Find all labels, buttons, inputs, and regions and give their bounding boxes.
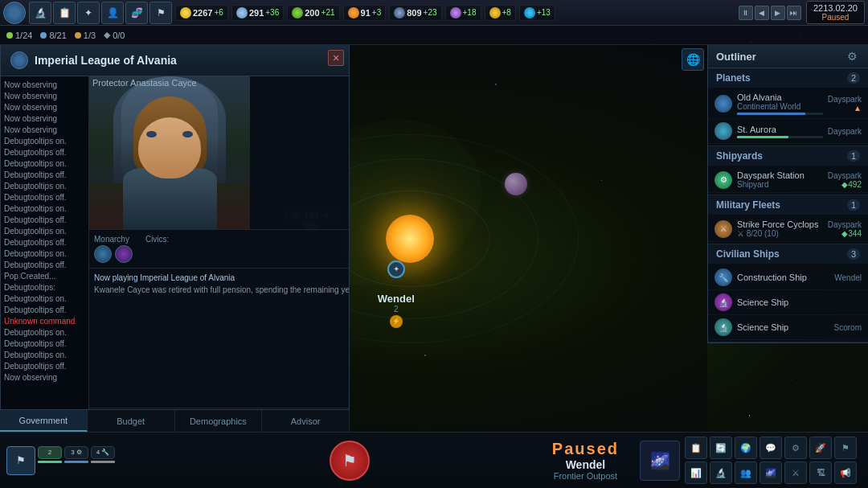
military-fleets-count: 1	[847, 199, 860, 211]
ship-item-science-2[interactable]: 🔬 Science Ship Scorom	[708, 315, 868, 340]
st-aurora-icon	[714, 122, 732, 140]
br-icon-11[interactable]: 🌌	[760, 461, 782, 484]
planet-item-old-alvania[interactable]: Old Alvania Continental World Dayspark ▲	[708, 89, 868, 119]
science-ship-1-info: Science Ship	[737, 297, 857, 307]
galaxy-map-button[interactable]: 🌌	[640, 441, 680, 481]
outliner-env-button[interactable]: 🌐	[682, 48, 704, 71]
military-fleets-section-header[interactable]: Military Fleets 1	[708, 195, 868, 215]
bottom-location-name: Wendel	[566, 458, 606, 471]
military-fleets-section: Military Fleets 1 ⚔ Strike Force Cyclops…	[708, 195, 868, 244]
cyclops-stat: ◆344	[828, 229, 862, 238]
empire-flag-icon[interactable]	[3, 2, 26, 24]
br-icon-7[interactable]: ⚑	[834, 437, 857, 459]
st-aurora-health-fill	[737, 136, 788, 138]
civic-icon-2[interactable]	[115, 245, 133, 263]
st-aurora-health-bar	[737, 136, 823, 138]
tech-icon-btn[interactable]: 🔬	[29, 2, 51, 24]
civilian-ships-section: Civilian Ships 3 🔧 Construction Ship Wen…	[708, 244, 868, 342]
tech-income: +13	[537, 8, 551, 17]
br-icon-13[interactable]: 🏗	[809, 461, 832, 484]
fast-forward-button[interactable]: ⏭	[787, 6, 801, 20]
traditions-icon-btn[interactable]: ✦	[77, 2, 100, 24]
next-speed-button[interactable]: ▶	[771, 6, 785, 20]
old-alvania-type: Continental World	[737, 102, 823, 111]
leader-portrait: Protector Anastasia Cayce	[89, 76, 250, 229]
minerals-resource: 291 +36	[231, 5, 284, 21]
br-icon-9[interactable]: 🔬	[710, 461, 732, 484]
construction-ship-icon: 🔧	[714, 269, 732, 286]
br-icon-12[interactable]: ⚔	[784, 461, 807, 484]
bottom-left-icons: ⚑ 2 3 ⚙ 4 🔧	[6, 446, 115, 475]
ship-item-science-1[interactable]: 🔬 Science Ship	[708, 290, 868, 315]
log-line: Debugtooltips off.	[4, 361, 85, 372]
ship-item-construction[interactable]: 🔧 Construction Ship Wendel	[708, 265, 868, 290]
log-line: Debugtooltips off.	[4, 192, 85, 203]
br-icon-1[interactable]: 📋	[685, 437, 707, 459]
unit-bar-2	[64, 461, 88, 463]
prev-speed-button[interactable]: ◀	[755, 6, 769, 20]
pause-info: Paused Wendel Frontier Outpost	[552, 440, 619, 481]
br-icon-2[interactable]: 🔄	[710, 437, 732, 459]
shipyards-section-header[interactable]: Shipyards 1	[708, 146, 868, 166]
br-icon-10[interactable]: 👥	[735, 461, 757, 484]
log-line: Now observing	[4, 91, 85, 102]
unit-bar	[38, 461, 62, 463]
br-icon-6[interactable]: 🚀	[809, 437, 832, 459]
top-resource-bar: 🔬 📋 ✦ 👤 🧬 ⚑ 2267 +6 291 +36 200 +21 91 +…	[0, 0, 868, 26]
old-alvania-icon	[714, 95, 732, 113]
dayspark-station-sub: Shipyard	[737, 180, 823, 189]
empire-badge[interactable]: ⚑	[330, 441, 370, 481]
civilian-ships-list: 🔧 Construction Ship Wendel 🔬 Science Shi…	[708, 264, 868, 342]
civic-icon-1[interactable]	[94, 245, 112, 263]
log-line: Debugtooltips off.	[4, 215, 85, 226]
close-button[interactable]: ×	[328, 50, 344, 66]
br-icon-4[interactable]: 💬	[760, 437, 782, 459]
retire-notification: Kwanele Cayce was retired with full pens…	[94, 285, 349, 296]
br-icon-3[interactable]: 🌍	[735, 437, 757, 459]
tab-budget[interactable]: Budget	[88, 410, 175, 432]
dayspark-station-loc: Dayspark	[828, 171, 862, 180]
civilian-ships-count: 3	[847, 248, 860, 260]
br-icon-8[interactable]: 📊	[685, 461, 707, 484]
unit-icon-4[interactable]: 4 🔧	[91, 446, 115, 459]
tab-demographics[interactable]: Demographics	[175, 410, 263, 432]
tab-government[interactable]: Government	[0, 410, 88, 432]
unit-icon-2[interactable]: 2	[38, 446, 62, 459]
empire-icon-btn[interactable]: ⚑	[6, 446, 35, 475]
food-income: +21	[321, 8, 335, 17]
unity-income: +8	[502, 8, 511, 17]
unity-resource: +8	[485, 5, 516, 21]
leaders-icon-btn[interactable]: 👤	[101, 2, 124, 24]
diplomatic-value: 0/0	[113, 31, 125, 40]
energy-icon	[180, 7, 191, 18]
tab-advisor[interactable]: Advisor	[262, 410, 350, 432]
empire-header: Imperial League of Alvania ×	[1, 45, 349, 76]
planet-1[interactable]	[505, 173, 527, 195]
planet-item-st-aurora[interactable]: St. Aurora Dayspark	[708, 119, 868, 144]
navy-display: 8/21	[40, 31, 66, 40]
outliner-settings-icon[interactable]: ⚙	[847, 50, 860, 63]
wendel-system[interactable]: ✦	[387, 260, 405, 278]
consumer-income: +3	[372, 8, 381, 17]
policy-icon-btn[interactable]: 📋	[53, 2, 76, 24]
unit-icon-3[interactable]: 3 ⚙	[64, 446, 88, 459]
dayspark-station-icon: ⚙	[714, 171, 732, 189]
planets-section-title: Planets	[716, 72, 751, 84]
construction-ship-loc: Wendel	[834, 273, 862, 282]
pop-value: 1/24	[15, 31, 32, 40]
civilian-ships-section-header[interactable]: Civilian Ships 3	[708, 244, 868, 264]
federation-icon-btn[interactable]: ⚑	[149, 2, 172, 24]
pause-button[interactable]: ⏸	[739, 6, 753, 20]
shipyard-item-dayspark[interactable]: ⚙ Dayspark Station Shipyard Dayspark ◆49…	[708, 167, 868, 193]
paused-status: Paused	[813, 13, 858, 22]
civilian-ships-title: Civilian Ships	[716, 248, 780, 260]
influence-icon	[450, 7, 461, 18]
species-icon-btn[interactable]: 🧬	[125, 2, 148, 24]
secondary-bar: 1/24 8/21 1/3 ◆ 0/0	[0, 26, 868, 45]
fleet-item-cyclops[interactable]: ⚔ Strike Force Cyclops ⚔ 8/20 (10) Daysp…	[708, 216, 868, 242]
br-icon-5[interactable]: ⚙	[784, 437, 807, 459]
tech-resource: +13	[519, 5, 555, 21]
planets-section-header[interactable]: Planets 2	[708, 68, 868, 88]
br-icon-14[interactable]: 📢	[834, 461, 857, 484]
dayspark-station-info: Dayspark Station Shipyard	[737, 170, 823, 189]
